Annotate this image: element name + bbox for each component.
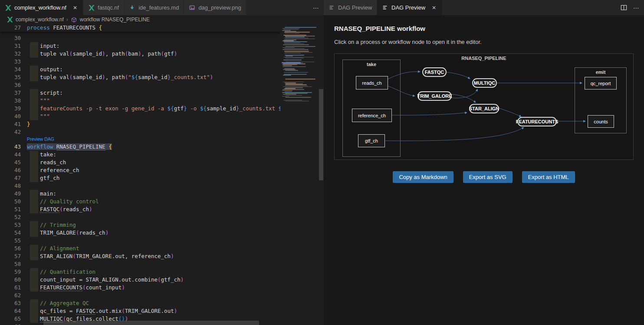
- tab-label: DAG Preview: [338, 4, 372, 11]
- line-number: 51: [3, 206, 21, 213]
- tab-label: ide_features.md: [138, 4, 179, 11]
- code-line-43[interactable]: 43workflow RNASEQ_PIPELINE {: [0, 143, 280, 151]
- line-content: output:: [27, 66, 63, 73]
- line-number: 50: [3, 198, 21, 206]
- code-line-45[interactable]: 45 reads_ch: [0, 159, 280, 166]
- code-line-50[interactable]: 50 // Quality control: [0, 198, 280, 206]
- code-line-54[interactable]: 54 TRIM_GALORE(reads_ch): [0, 229, 280, 237]
- dag-node-fastqc[interactable]: FASTQC: [422, 67, 447, 77]
- nextflow-icon: [7, 17, 13, 23]
- line-number: 61: [3, 284, 21, 292]
- line-content: STAR_ALIGN(TRIM_GALORE.out, reference_ch…: [27, 252, 174, 260]
- code-line-64[interactable]: 64 qc_files = FASTQC.out.mix(TRIM_GALORE…: [0, 307, 280, 315]
- code-line-34[interactable]: 34 output:: [0, 66, 280, 73]
- code-line-40[interactable]: 40 """: [0, 113, 280, 120]
- dag-preview-panel: RNASEQ_PIPELINE workflow Click on a proc…: [324, 15, 644, 325]
- editor-group-right: DAG PreviewDAG Preview✕ ⋯ RNASEQ_PIPELIN…: [324, 0, 644, 325]
- code-line-32[interactable]: 32 tuple val(sample_id), path(bam), path…: [0, 50, 280, 58]
- code-line-37[interactable]: 37 script:: [0, 89, 280, 97]
- tab-label: fastqc.nf: [98, 4, 119, 11]
- code-line-48[interactable]: 48: [0, 182, 280, 190]
- tab-dag-preview-R0[interactable]: DAG Preview: [324, 0, 377, 15]
- code-line-30[interactable]: 30: [0, 34, 280, 42]
- dag-node-reference_ch[interactable]: reference_ch: [352, 109, 392, 122]
- minimap[interactable]: [280, 24, 319, 325]
- code-line-62[interactable]: 62: [0, 292, 280, 299]
- code-line-57[interactable]: 57 STAR_ALIGN(TRIM_GALORE.out, reference…: [0, 252, 280, 260]
- breadcrumb-symbol[interactable]: workflow RNASEQ_PIPELINE: [80, 17, 150, 23]
- vertical-scrollbar[interactable]: [319, 24, 324, 325]
- left-tab-bar: complex_workflow.nf✕fastqc.nfide_feature…: [0, 0, 324, 15]
- tab-fastqc-nf-L1[interactable]: fastqc.nf: [83, 0, 124, 15]
- line-number: 46: [3, 166, 21, 174]
- code-line-53[interactable]: 53 // Trimming: [0, 221, 280, 229]
- tab-dag-preview-R1[interactable]: DAG Preview✕: [377, 0, 442, 15]
- close-icon[interactable]: ✕: [72, 5, 78, 11]
- horizontal-scrollbar[interactable]: [43, 321, 259, 325]
- code-line-61[interactable]: 61 FEATURECOUNTS(count_input): [0, 284, 280, 292]
- code-line-31[interactable]: 31 input:: [0, 42, 280, 50]
- breadcrumb-file[interactable]: complex_workflow.nf: [16, 17, 64, 23]
- line-number: 55: [3, 237, 21, 245]
- code-line-42[interactable]: 42: [0, 128, 280, 136]
- code-line-38[interactable]: 38 """: [0, 97, 280, 105]
- dag-node-qc_report[interactable]: qc_report: [585, 77, 617, 90]
- vscode-window: complex_workflow.nf✕fastqc.nfide_feature…: [0, 0, 644, 325]
- more-actions-icon[interactable]: ⋯: [633, 4, 640, 11]
- close-icon[interactable]: ✕: [431, 5, 437, 11]
- right-tab-bar: DAG PreviewDAG Preview✕ ⋯: [324, 0, 644, 15]
- code-line-58[interactable]: 58: [0, 260, 280, 268]
- line-number: 41: [3, 120, 21, 128]
- code-line-36[interactable]: 36: [0, 81, 280, 89]
- codelens-preview-dag[interactable]: Preview DAG: [27, 136, 280, 143]
- sticky-scroll-line[interactable]: 27process FEATURECOUNTS {: [0, 24, 280, 32]
- tab-dag-preview-png-L3[interactable]: dag_preview.png: [184, 0, 246, 15]
- line-number: 47: [3, 174, 21, 182]
- code-line-27[interactable]: 27process FEATURECOUNTS {: [0, 24, 102, 32]
- more-actions-icon[interactable]: ⋯: [313, 4, 319, 11]
- code-line-60[interactable]: 60 count_input = STAR_ALIGN.out.combine(…: [0, 276, 280, 284]
- tab-ide-features-md-L2[interactable]: ide_features.md: [124, 0, 184, 15]
- code-line-35[interactable]: 35 tuple val(sample_id), path("${sample_…: [0, 73, 280, 81]
- line-number: 36: [3, 81, 21, 89]
- split-editor-icon[interactable]: [621, 4, 627, 11]
- dag-node-multiqc[interactable]: MULTIQC: [472, 78, 497, 88]
- code-line-33[interactable]: 33: [0, 58, 280, 66]
- tab-complex-workflow-nf-L0[interactable]: complex_workflow.nf✕: [0, 0, 83, 15]
- line-number: 57: [3, 252, 21, 260]
- line-content: reads_ch: [27, 159, 66, 166]
- code-line-51[interactable]: 51 FASTQC(reads_ch): [0, 206, 280, 213]
- dag-edge-reference_ch-to-star_align: [392, 113, 467, 115]
- code-line-44[interactable]: 44 take:: [0, 151, 280, 159]
- line-number: 27: [3, 24, 21, 32]
- code-line-56[interactable]: 56 // Alignment: [0, 245, 280, 252]
- dag-node-star_align[interactable]: STAR_ALIGN: [469, 104, 499, 113]
- code-line-41[interactable]: 41}: [0, 120, 280, 128]
- line-content: FEATURECOUNTS(count_input): [27, 284, 125, 292]
- code-line-52[interactable]: 52: [0, 213, 280, 221]
- line-number: 39: [3, 105, 21, 113]
- line-number: 42: [3, 128, 21, 136]
- code-line-49[interactable]: 49 main:: [0, 190, 280, 198]
- dag-node-gtf_ch[interactable]: gtf_ch: [358, 134, 385, 147]
- export-as-svg-button[interactable]: Export as SVG: [463, 171, 513, 183]
- code-line-55[interactable]: 55: [0, 237, 280, 245]
- line-number: 60: [3, 276, 21, 284]
- code-line-59[interactable]: 59 // Quantification: [0, 268, 280, 276]
- editor-group-left: complex_workflow.nf✕fastqc.nfide_feature…: [0, 0, 324, 325]
- line-number: 64: [3, 307, 21, 315]
- line-content: FASTQC(reads_ch): [27, 206, 92, 213]
- copy-as-markdown-button[interactable]: Copy as Markdown: [393, 171, 453, 183]
- code-line-46[interactable]: 46 reference_ch: [0, 166, 280, 174]
- dag-node-trim_galore[interactable]: TRIM_GALORE: [417, 91, 452, 101]
- dag-node-reads_ch[interactable]: reads_ch: [356, 76, 388, 90]
- code-line-47[interactable]: 47 gtf_ch: [0, 174, 280, 182]
- code-line-63[interactable]: 63 // Aggregate QC: [0, 299, 280, 307]
- dag-node-featurecounts[interactable]: FEATURECOUNTS: [517, 117, 557, 126]
- export-as-html-button[interactable]: Export as HTML: [522, 171, 575, 183]
- line-number: 43: [3, 143, 21, 151]
- code-editor[interactable]: 27process FEATURECOUNTS { 3031 input:32 …: [0, 24, 324, 325]
- dag-node-counts[interactable]: counts: [588, 115, 614, 128]
- line-number: 44: [3, 151, 21, 159]
- code-line-39[interactable]: 39 featureCounts -p -t exon -g gene_id -…: [0, 105, 280, 113]
